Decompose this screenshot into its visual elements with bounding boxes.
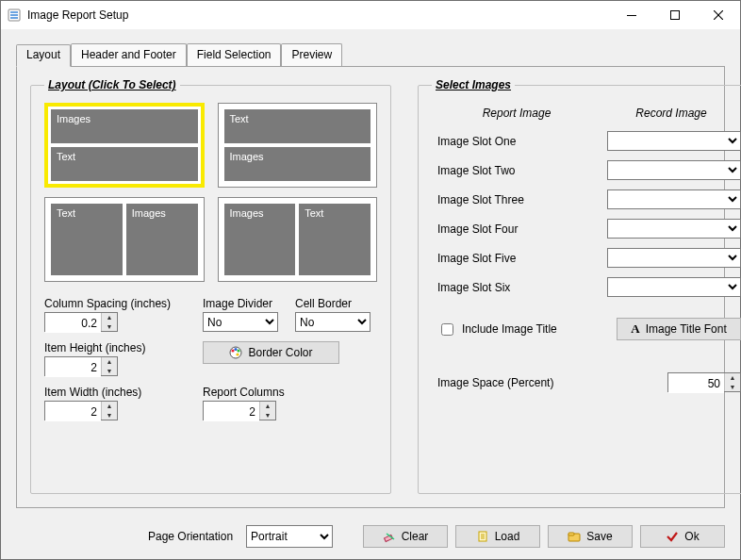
- svg-point-12: [237, 353, 239, 355]
- fieldset-select-images: Select Images Report Image Record Image …: [418, 78, 741, 494]
- select-images-legend: Select Images: [432, 78, 515, 91]
- window-title: Image Report Setup: [27, 8, 610, 22]
- cell-border-label: Cell Border: [295, 297, 370, 310]
- svg-point-11: [238, 349, 240, 352]
- image-slot-row: Image Slot Four: [432, 219, 741, 239]
- image-divider-select[interactable]: No: [203, 312, 278, 332]
- layout-tile-images-left-text-right[interactable]: Images Text: [218, 197, 378, 282]
- image-divider-label: Image Divider: [203, 297, 278, 310]
- save-button-label: Save: [586, 530, 612, 543]
- layout-tile-text-left-images-right[interactable]: Text Images: [44, 197, 205, 282]
- load-button[interactable]: Load: [455, 525, 540, 548]
- tab-field-selection[interactable]: Field Selection: [187, 43, 282, 66]
- load-button-label: Load: [495, 530, 520, 543]
- image-slot-one-select[interactable]: [607, 131, 741, 151]
- spinner-arrows[interactable]: ▲▼: [259, 402, 275, 420]
- svg-rect-1: [10, 11, 18, 13]
- image-slot-row: Image Slot Six: [432, 277, 741, 297]
- tile-slot: Text: [299, 204, 370, 275]
- eraser-icon: [383, 530, 396, 543]
- save-button[interactable]: Save: [548, 525, 633, 548]
- tab-layout[interactable]: Layout: [16, 44, 71, 67]
- svg-rect-5: [671, 11, 680, 20]
- include-image-title-label: Include Image Title: [462, 322, 557, 336]
- page-orientation-label: Page Orientation: [148, 530, 233, 543]
- image-slot-four-label: Image Slot Four: [432, 222, 607, 236]
- image-slot-four-select[interactable]: [607, 219, 741, 239]
- tile-slot: Text: [224, 109, 371, 143]
- window: Image Report Setup Layout Header and Foo…: [0, 0, 741, 560]
- svg-rect-3: [10, 17, 18, 19]
- image-space-label: Image Space (Percent): [432, 376, 607, 389]
- spinner-arrows[interactable]: ▲▼: [101, 402, 117, 420]
- image-slot-six-select[interactable]: [607, 277, 741, 297]
- app-icon: [7, 8, 22, 23]
- clear-button[interactable]: Clear: [363, 525, 448, 548]
- image-slot-five-label: Image Slot Five: [432, 252, 607, 265]
- tabstrip: Layout Header and Footer Field Selection…: [16, 43, 725, 66]
- spinner-arrows[interactable]: ▲▼: [724, 373, 740, 391]
- check-icon: [666, 530, 679, 543]
- column-spacing-label: Column Spacing (inches): [44, 297, 186, 310]
- tile-slot: Images: [224, 204, 296, 275]
- image-slot-six-label: Image Slot Six: [432, 281, 607, 294]
- spinner-arrows[interactable]: ▲▼: [101, 313, 117, 331]
- svg-rect-13: [384, 535, 392, 541]
- image-slot-three-select[interactable]: [607, 189, 741, 209]
- image-slot-five-select[interactable]: [607, 248, 741, 268]
- layout-tile-images-over-text[interactable]: Images Text: [44, 103, 205, 188]
- tile-slot: Images: [126, 204, 198, 275]
- image-title-font-button[interactable]: A Image Title Font: [617, 318, 741, 340]
- titlebar: Image Report Setup: [1, 1, 740, 30]
- image-title-font-button-label: Image Title Font: [646, 322, 727, 336]
- page-orientation-select[interactable]: Portrait: [246, 525, 333, 548]
- item-width-input[interactable]: ▲▼: [44, 401, 118, 420]
- image-space-value[interactable]: [668, 373, 724, 393]
- layout-legend: Layout (Click To Select): [44, 78, 180, 91]
- item-width-value[interactable]: [45, 402, 101, 421]
- palette-icon: [229, 346, 242, 359]
- image-space-input[interactable]: ▲▼: [667, 372, 741, 392]
- image-slot-three-label: Image Slot Three: [432, 193, 607, 206]
- image-slot-one-label: Image Slot One: [432, 135, 607, 148]
- close-button[interactable]: [697, 1, 740, 29]
- client-area: Layout Header and Footer Field Selection…: [1, 30, 740, 559]
- tabpanel-layout: Layout (Click To Select) Images Text Tex…: [16, 66, 725, 508]
- item-height-value[interactable]: [45, 357, 101, 377]
- tile-slot: Images: [51, 109, 198, 143]
- spinner-arrows[interactable]: ▲▼: [101, 357, 117, 375]
- tile-slot: Text: [51, 147, 198, 181]
- minimize-button[interactable]: [610, 1, 653, 29]
- tile-slot: Text: [51, 204, 123, 275]
- image-slot-row: Image Slot One: [432, 131, 741, 151]
- border-color-button[interactable]: Border Color: [203, 341, 339, 364]
- include-image-title-input[interactable]: [441, 323, 453, 336]
- maximize-button[interactable]: [653, 1, 697, 29]
- ok-button-label: Ok: [684, 530, 699, 543]
- column-spacing-value[interactable]: [45, 313, 101, 333]
- cell-border-select[interactable]: No: [295, 312, 370, 332]
- image-slot-row: Image Slot Two: [432, 160, 741, 180]
- svg-rect-20: [568, 533, 574, 535]
- svg-point-10: [235, 348, 238, 351]
- column-spacing-input[interactable]: ▲▼: [44, 312, 118, 332]
- tab-header-and-footer[interactable]: Header and Footer: [71, 43, 187, 66]
- image-slot-two-select[interactable]: [607, 160, 741, 180]
- tab-preview[interactable]: Preview: [281, 43, 342, 66]
- ok-button[interactable]: Ok: [640, 525, 725, 548]
- svg-rect-4: [627, 15, 636, 16]
- item-height-input[interactable]: ▲▼: [44, 356, 118, 376]
- border-color-button-label: Border Color: [248, 346, 312, 359]
- document-icon: [476, 530, 489, 543]
- col-report-image: Report Image: [432, 107, 601, 120]
- save-icon: [568, 530, 581, 543]
- image-slot-row: Image Slot Three: [432, 189, 741, 209]
- svg-point-9: [232, 349, 235, 352]
- image-slot-row: Image Slot Five: [432, 248, 741, 268]
- font-icon: A: [631, 321, 639, 337]
- include-image-title-checkbox[interactable]: Include Image Title: [432, 321, 607, 338]
- report-columns-value[interactable]: [204, 402, 259, 421]
- report-columns-input[interactable]: ▲▼: [203, 401, 276, 420]
- layout-tile-text-over-images[interactable]: Text Images: [218, 103, 378, 188]
- window-controls: [610, 1, 740, 29]
